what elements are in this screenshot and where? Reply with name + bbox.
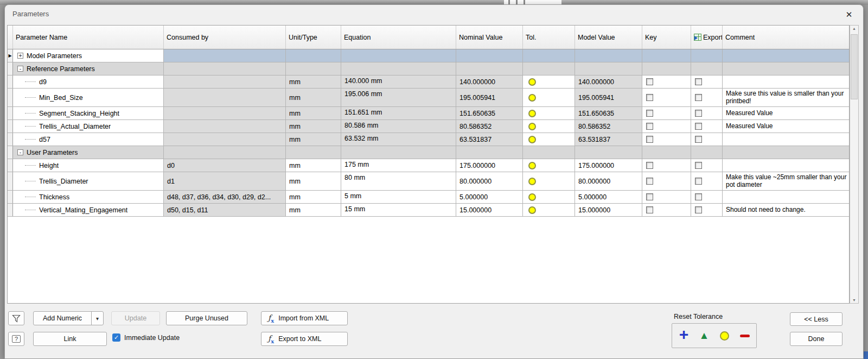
nominal-value-cell[interactable]: 195.005941 (456, 89, 523, 106)
tolerance-upper-button[interactable]: ▲ (695, 326, 713, 345)
nominal-value-cell[interactable]: 175.000000 (456, 159, 523, 172)
export-checkbox[interactable] (695, 193, 702, 200)
equation-cell[interactable]: 80.586 mm (341, 120, 456, 133)
key-checkbox[interactable] (646, 110, 653, 117)
tolerance-cell[interactable] (523, 191, 575, 203)
param-name-cell[interactable]: Trellis_Diameter (13, 172, 164, 190)
update-button[interactable]: Update (111, 311, 160, 325)
tolerance-cell[interactable] (523, 204, 575, 216)
param-row-height[interactable]: Heightd0mm175 mm175.000000175.000000 (8, 159, 849, 172)
group-row-user-parameters[interactable]: -User Parameters (8, 146, 849, 159)
nominal-value-cell[interactable]: 140.000000 (456, 75, 523, 88)
scroll-down-icon[interactable]: ▼ (850, 298, 858, 302)
import-from-xml-button[interactable]: ƒx Import from XML (261, 311, 348, 325)
export-checkbox[interactable] (695, 136, 702, 143)
export-checkbox[interactable] (695, 178, 702, 185)
tolerance-yellow-circle-icon[interactable] (528, 94, 536, 102)
equation-cell[interactable]: 5 mm (341, 191, 456, 203)
key-cell[interactable] (642, 75, 691, 88)
equation-cell[interactable]: 140.000 mm (341, 75, 456, 88)
tolerance-yellow-circle-icon[interactable] (528, 136, 536, 143)
group-row-model-parameters[interactable]: ▶+Model Parameters (8, 49, 849, 62)
column-header-nominal-value[interactable]: Nominal Value (456, 26, 523, 49)
key-cell[interactable] (642, 133, 691, 146)
row-selector[interactable] (8, 62, 13, 75)
key-checkbox[interactable] (646, 123, 653, 130)
unit-cell[interactable]: mm (286, 120, 341, 133)
equation-cell[interactable]: 15 mm (341, 204, 456, 216)
tolerance-cell[interactable] (523, 159, 575, 172)
export-checkbox[interactable] (695, 123, 702, 130)
tolerance-yellow-circle-icon[interactable] (528, 206, 536, 214)
unit-cell[interactable]: mm (286, 107, 341, 119)
tolerance-median-button[interactable] (716, 326, 733, 345)
tolerance-cell[interactable] (523, 120, 575, 133)
row-selector[interactable] (8, 172, 13, 190)
equation-cell[interactable]: 80 mm (341, 172, 456, 190)
param-name-cell[interactable]: Trellis_Actual_Diameter (13, 120, 164, 133)
key-cell[interactable] (642, 172, 691, 190)
export-to-xml-button[interactable]: ƒx Export to XML (261, 332, 348, 346)
tolerance-yellow-circle-icon[interactable] (528, 178, 536, 185)
key-cell[interactable] (642, 120, 691, 133)
tolerance-cell[interactable] (523, 133, 575, 146)
tolerance-yellow-circle-icon[interactable] (528, 162, 536, 169)
export-checkbox[interactable] (695, 94, 702, 101)
key-cell[interactable] (642, 191, 691, 203)
immediate-update-checkbox[interactable]: ✓ (112, 333, 120, 342)
row-selector[interactable] (8, 159, 13, 172)
link-button[interactable]: Link (33, 332, 107, 346)
scroll-up-icon[interactable]: ▲ (850, 27, 858, 30)
filter-button[interactable] (8, 311, 24, 325)
less-button[interactable]: << Less (790, 312, 843, 326)
comment-cell[interactable] (723, 159, 850, 172)
comment-cell[interactable]: Should not need to change. (723, 204, 850, 216)
unit-cell[interactable]: mm (286, 89, 341, 106)
export-checkbox[interactable] (695, 162, 702, 169)
key-checkbox[interactable] (646, 136, 653, 143)
param-name-cell[interactable]: Segment_Stacking_Height (13, 107, 164, 119)
key-cell[interactable] (642, 159, 691, 172)
export-checkbox[interactable] (695, 206, 702, 213)
row-selector[interactable]: ▶ (8, 49, 13, 62)
param-name-cell[interactable]: Vertical_Mating_Engagement (13, 204, 164, 216)
param-name-cell[interactable]: Thickness (13, 191, 164, 203)
comment-cell[interactable]: Measured Value (723, 120, 850, 133)
column-header-equation[interactable]: Equation (341, 26, 456, 49)
row-selector[interactable] (8, 133, 13, 146)
key-cell[interactable] (642, 107, 691, 119)
export-cell[interactable] (691, 107, 723, 119)
param-row-trellis-diameter[interactable]: Trellis_Diameterd1mm80 mm80.00000080.000… (8, 172, 849, 191)
param-row-trellis-actual-diameter[interactable]: Trellis_Actual_Diametermm80.586 mm80.586… (8, 120, 849, 133)
vertical-scrollbar[interactable]: ▲ ▼ (850, 25, 859, 304)
export-checkbox[interactable] (695, 110, 702, 117)
export-cell[interactable] (691, 204, 723, 216)
group-name-cell[interactable]: -Reference Parameters (13, 62, 164, 75)
column-header-model-value[interactable]: Model Value (575, 26, 642, 49)
collapse-icon[interactable]: - (17, 66, 23, 72)
scrollbar-thumb[interactable] (851, 34, 858, 99)
row-selector[interactable] (8, 107, 13, 119)
group-row-reference-parameters[interactable]: -Reference Parameters (8, 62, 849, 75)
export-cell[interactable] (691, 159, 723, 172)
key-cell[interactable] (642, 204, 691, 216)
tolerance-cell[interactable] (523, 75, 575, 88)
column-header-tol[interactable]: Tol. (523, 26, 575, 49)
key-checkbox[interactable] (646, 78, 653, 85)
key-cell[interactable] (642, 89, 691, 106)
equation-cell[interactable]: 175 mm (341, 159, 456, 172)
comment-cell[interactable]: Measured Value (723, 107, 850, 119)
tolerance-plus-button[interactable]: + (675, 326, 692, 345)
param-row-vertical-mating-engagement[interactable]: Vertical_Mating_Engagementd50, d15, d11m… (8, 204, 849, 217)
tolerance-minus-button[interactable] (736, 326, 754, 345)
column-header-comment[interactable]: Comment (723, 26, 850, 49)
help-button[interactable]: ? (8, 332, 24, 346)
comment-cell[interactable]: Make sure this value is smaller than you… (723, 89, 850, 106)
unit-cell[interactable]: mm (286, 191, 341, 203)
close-icon[interactable]: ✕ (843, 8, 856, 21)
param-row-min-bed-size[interactable]: Min_Bed_Sizemm195.006 mm195.005941195.00… (8, 89, 849, 107)
key-checkbox[interactable] (646, 206, 653, 213)
unit-cell[interactable]: mm (286, 172, 341, 190)
nominal-value-cell[interactable]: 151.650635 (456, 107, 523, 119)
row-selector[interactable] (8, 75, 13, 88)
